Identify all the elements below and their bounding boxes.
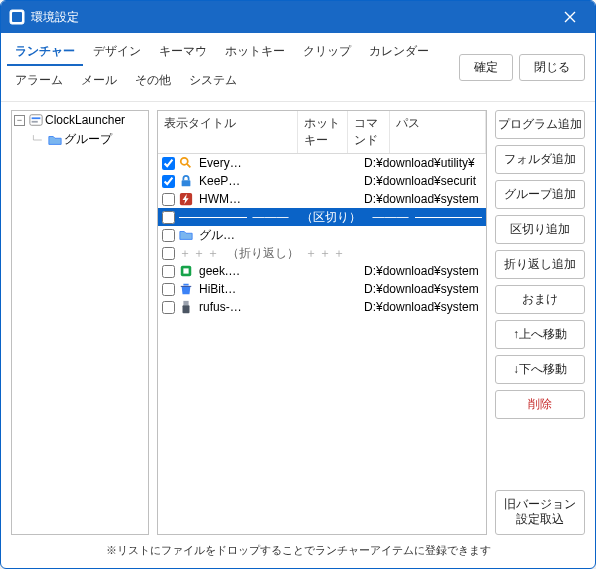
tab-6[interactable]: アラーム (7, 68, 71, 95)
col-title[interactable]: 表示タイトル (158, 111, 298, 153)
bonus-button[interactable]: おまけ (495, 285, 585, 314)
svg-rect-11 (183, 284, 188, 286)
col-hotkey[interactable]: ホットキー (298, 111, 348, 153)
tab-2[interactable]: キーマウ (151, 39, 215, 66)
list-item[interactable]: ——— （区切り） ——— (158, 208, 486, 226)
separator-label: ——— （区切り） ——— (253, 209, 409, 226)
box-green-icon (179, 264, 193, 278)
footer-hint: ※リストにファイルをドロップすることでランチャーアイテムに登録できます (1, 539, 595, 568)
tree-pane[interactable]: − ClockLauncher グループ (11, 110, 149, 535)
list-item[interactable]: Everything.exeD:¥download¥utility¥ (158, 154, 486, 172)
column-headers: 表示タイトル ホットキー コマンド パス (158, 111, 486, 154)
fold-row: ＋＋＋（折り返し）＋＋＋ (179, 245, 482, 262)
add-separator-button[interactable]: 区切り追加 (495, 215, 585, 244)
svg-rect-1 (12, 12, 22, 22)
item-label: HWMonitor_x64.exe (197, 192, 242, 206)
tab-9[interactable]: システム (181, 68, 245, 95)
delete-button[interactable]: 削除 (495, 390, 585, 419)
svg-rect-2 (30, 115, 42, 126)
window-title: 環境設定 (31, 9, 553, 26)
launcher-icon (29, 113, 43, 127)
tree-elbow-icon (32, 133, 46, 147)
list-item[interactable]: HWMonitor_x64.exeD:¥download¥system (158, 190, 486, 208)
col-path[interactable]: パス (390, 111, 486, 153)
folder-blue-icon (179, 228, 193, 242)
item-path: D:¥download¥utility¥ (364, 156, 482, 170)
confirm-button[interactable]: 確定 (459, 54, 513, 81)
item-path: D:¥download¥system (364, 264, 482, 278)
item-path: D:¥download¥system (364, 282, 482, 296)
tab-4[interactable]: クリップ (295, 39, 359, 66)
item-checkbox[interactable] (162, 265, 175, 278)
add-folder-button[interactable]: フォルダ追加 (495, 145, 585, 174)
body: − ClockLauncher グループ 表示タイトル ホットキー コマンド パ… (1, 102, 595, 539)
list-item[interactable]: rufus-4.0p.exeD:¥download¥system (158, 298, 486, 316)
item-checkbox[interactable] (162, 283, 175, 296)
col-command[interactable]: コマンド (348, 111, 390, 153)
item-label: Everything.exe (197, 156, 242, 170)
item-checkbox[interactable] (162, 229, 175, 242)
item-label: グループ (197, 227, 242, 244)
expander-icon[interactable]: − (14, 115, 25, 126)
app-icon (9, 9, 25, 25)
item-path: D:¥download¥system (364, 192, 482, 206)
tab-8[interactable]: その他 (127, 68, 179, 95)
window-close-button[interactable] (553, 1, 587, 33)
tree-root[interactable]: − ClockLauncher (12, 111, 148, 129)
svg-rect-13 (183, 301, 188, 305)
list-item[interactable]: HiBitUninstaller-Portable...D:¥download¥… (158, 280, 486, 298)
search-orange-icon (179, 156, 193, 170)
close-button[interactable]: 閉じる (519, 54, 585, 81)
item-checkbox[interactable] (162, 301, 175, 314)
tab-1[interactable]: デザイン (85, 39, 149, 66)
tabs: ランチャーデザインキーマウホットキークリップカレンダーアラームメールその他システ… (7, 39, 453, 95)
tab-0[interactable]: ランチャー (7, 39, 83, 66)
lock-blue-icon (179, 174, 193, 188)
item-checkbox[interactable] (162, 157, 175, 170)
preferences-window: 環境設定 ランチャーデザインキーマウホットキークリップカレンダーアラームメールそ… (0, 0, 596, 569)
svg-rect-10 (183, 268, 188, 273)
tab-3[interactable]: ホットキー (217, 39, 293, 66)
spacer (495, 425, 585, 484)
list-rows[interactable]: Everything.exeD:¥download¥utility¥KeePas… (158, 154, 486, 534)
close-icon (564, 11, 576, 23)
svg-line-6 (187, 164, 191, 168)
list-pane: 表示タイトル ホットキー コマンド パス Everything.exeD:¥do… (157, 110, 487, 535)
move-down-button[interactable]: ↓下へ移動 (495, 355, 585, 384)
tree-child[interactable]: グループ (12, 129, 148, 150)
item-label: rufus-4.0p.exe (197, 300, 242, 314)
item-path: D:¥download¥securit (364, 174, 482, 188)
trash-blue-icon (179, 282, 193, 296)
usb-gray-icon (179, 300, 193, 314)
svg-rect-4 (32, 121, 38, 123)
side-buttons: プログラム追加 フォルダ追加 グループ追加 区切り追加 折り返し追加 おまけ ↑… (495, 110, 585, 535)
svg-rect-3 (32, 117, 41, 119)
item-checkbox[interactable] (162, 211, 175, 224)
svg-rect-14 (183, 305, 190, 313)
folder-icon (48, 133, 62, 147)
add-fold-button[interactable]: 折り返し追加 (495, 250, 585, 279)
center-pane: 表示タイトル ホットキー コマンド パス Everything.exeD:¥do… (157, 110, 487, 535)
tab-5[interactable]: カレンダー (361, 39, 437, 66)
legacy-import-button[interactable]: 旧バージョン設定取込 (495, 490, 585, 535)
list-item[interactable]: geek.exeD:¥download¥system (158, 262, 486, 280)
svg-point-5 (181, 158, 188, 165)
add-program-button[interactable]: プログラム追加 (495, 110, 585, 139)
tab-row: ランチャーデザインキーマウホットキークリップカレンダーアラームメールその他システ… (1, 33, 595, 102)
tree-child-label: グループ (64, 131, 112, 148)
add-group-button[interactable]: グループ追加 (495, 180, 585, 209)
item-path: D:¥download¥system (364, 300, 482, 314)
item-checkbox[interactable] (162, 247, 175, 260)
item-checkbox[interactable] (162, 175, 175, 188)
fold-label: （折り返し） (227, 245, 299, 262)
item-label: KeePass.exe (197, 174, 242, 188)
item-label: HiBitUninstaller-Portable... (197, 282, 242, 296)
list-item[interactable]: ＋＋＋（折り返し）＋＋＋ (158, 244, 486, 262)
item-checkbox[interactable] (162, 193, 175, 206)
list-item[interactable]: KeePass.exeD:¥download¥securit (158, 172, 486, 190)
svg-rect-7 (182, 180, 191, 186)
tab-7[interactable]: メール (73, 68, 125, 95)
list-item[interactable]: グループ (158, 226, 486, 244)
move-up-button[interactable]: ↑上へ移動 (495, 320, 585, 349)
titlebar: 環境設定 (1, 1, 595, 33)
